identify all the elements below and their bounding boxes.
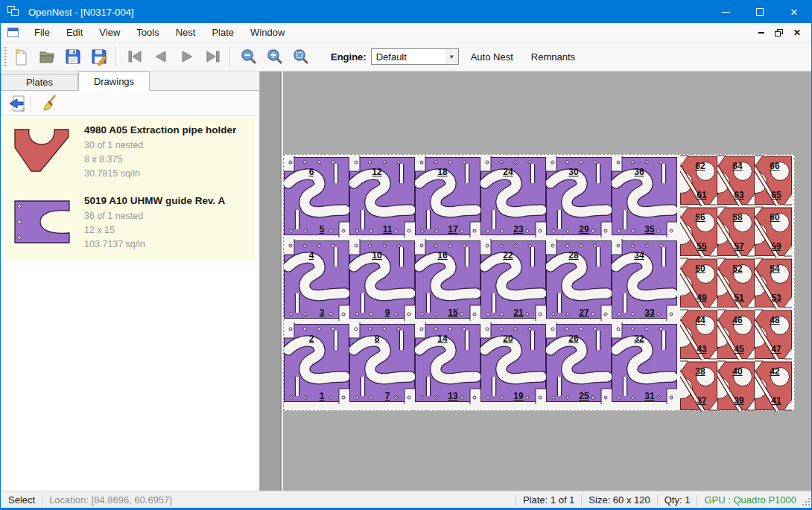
remnants-button[interactable]: Remnants bbox=[525, 47, 581, 67]
nest-part-pair[interactable]: 3837 bbox=[680, 360, 717, 412]
part-number: 7 bbox=[377, 391, 398, 401]
close-button[interactable]: ✕ bbox=[777, 1, 811, 23]
drawing-item[interactable]: 4980 A05 Extraction pipe holder 30 of 1 … bbox=[5, 118, 256, 188]
nest-part-pair[interactable]: 6665 bbox=[755, 155, 792, 206]
resize-grip[interactable] bbox=[801, 497, 810, 506]
part-number: 43 bbox=[691, 344, 712, 354]
drawing-item[interactable]: 5019 A10 UHMW guide Rev. A 36 of 1 neste… bbox=[5, 188, 256, 259]
menu-tools[interactable]: Tools bbox=[128, 24, 167, 41]
part-number: 3 bbox=[311, 307, 332, 318]
part-number: 28 bbox=[563, 250, 584, 261]
minimize-icon bbox=[722, 12, 730, 13]
nest-part-pair[interactable]: 109 bbox=[349, 238, 415, 322]
mdi-restore-button[interactable] bbox=[775, 29, 783, 36]
go-previous-button[interactable] bbox=[149, 45, 173, 68]
part-number: 30 bbox=[563, 167, 584, 177]
menu-view[interactable]: View bbox=[91, 24, 128, 41]
part-number: 37 bbox=[691, 395, 712, 406]
import-drawing-button[interactable] bbox=[5, 93, 28, 114]
nest-part-pair[interactable]: 3635 bbox=[612, 155, 677, 238]
nest-part-pair[interactable]: 1211 bbox=[349, 155, 415, 238]
part-number: 21 bbox=[508, 307, 529, 318]
nest-part-pair[interactable]: 4645 bbox=[717, 309, 755, 360]
nest-part-pair[interactable]: 87 bbox=[349, 322, 415, 405]
open-button[interactable] bbox=[35, 45, 59, 68]
nest-part-pair[interactable]: 3231 bbox=[612, 322, 677, 405]
nest-part-pair[interactable]: 1413 bbox=[415, 322, 480, 405]
status-gpu: GPU : Quadro P1000 bbox=[704, 494, 796, 506]
drawing-title: 4980 A05 Extraction pipe holder bbox=[84, 124, 236, 136]
nest-part-pair[interactable]: 1817 bbox=[415, 155, 480, 238]
new-document-button[interactable] bbox=[9, 45, 33, 68]
part-number: 61 bbox=[691, 190, 712, 200]
nest-part-pair[interactable]: 21 bbox=[284, 322, 349, 405]
zoom-in-button[interactable] bbox=[263, 45, 287, 68]
nest-part-pair[interactable]: 4443 bbox=[680, 309, 717, 360]
drawing-title: 5019 A10 UHMW guide Rev. A bbox=[84, 195, 225, 206]
part-number: 52 bbox=[727, 264, 748, 274]
menu-file[interactable]: File bbox=[26, 24, 58, 41]
panel-splitter[interactable] bbox=[260, 71, 282, 492]
part-number: 46 bbox=[727, 315, 748, 325]
nest-part-pair[interactable]: 6261 bbox=[680, 155, 717, 206]
tab-plates[interactable]: Plates bbox=[1, 74, 78, 90]
menu-bar: File Edit View Tools Nest Plate Window ✕ bbox=[1, 23, 811, 42]
menu-nest[interactable]: Nest bbox=[168, 24, 204, 41]
save-as-button[interactable] bbox=[87, 45, 111, 68]
mdi-document-icon[interactable] bbox=[7, 28, 19, 37]
tab-drawings[interactable]: Drawings bbox=[78, 71, 150, 91]
nest-part-pair[interactable]: 2221 bbox=[480, 238, 546, 322]
part-number: 16 bbox=[432, 250, 453, 261]
nest-part-pair[interactable]: 5857 bbox=[717, 206, 755, 258]
nest-part-pair[interactable]: 4847 bbox=[755, 309, 792, 360]
nest-part-pair[interactable]: 3029 bbox=[546, 155, 612, 238]
clear-drawings-button[interactable] bbox=[39, 93, 61, 114]
zoom-out-button[interactable] bbox=[237, 45, 261, 68]
menu-edit[interactable]: Edit bbox=[58, 24, 91, 41]
part-number: 31 bbox=[639, 391, 660, 401]
zoom-fit-icon bbox=[292, 48, 310, 66]
window-title: OpenNest - [N0317-004] bbox=[28, 7, 134, 18]
auto-nest-button[interactable]: Auto Nest bbox=[465, 47, 519, 67]
nest-part-pair[interactable]: 5251 bbox=[717, 258, 755, 309]
nest-part-pair[interactable]: 6059 bbox=[755, 206, 792, 258]
part-number: 51 bbox=[729, 293, 749, 303]
part-number: 1 bbox=[311, 391, 332, 401]
nest-part-pair[interactable]: 3433 bbox=[612, 238, 677, 322]
save-button[interactable] bbox=[61, 45, 85, 68]
menu-plate[interactable]: Plate bbox=[203, 24, 242, 41]
broom-icon bbox=[40, 94, 60, 113]
nest-part-pair[interactable]: 2423 bbox=[480, 155, 546, 238]
go-next-button[interactable] bbox=[175, 45, 199, 68]
go-first-button[interactable] bbox=[123, 45, 147, 68]
panel-tab-bar: Plates Drawings bbox=[1, 71, 259, 91]
document-back-arrow-icon bbox=[7, 94, 26, 113]
nest-part-pair[interactable]: 6463 bbox=[717, 155, 755, 206]
part-number: 19 bbox=[508, 391, 529, 401]
nest-part-pair[interactable]: 43 bbox=[284, 238, 349, 322]
nest-part-pair[interactable]: 2625 bbox=[546, 322, 612, 405]
nest-canvas[interactable]: 6512111817242330293635431091615222128273… bbox=[283, 71, 811, 492]
zoom-fit-button[interactable] bbox=[289, 45, 313, 68]
go-last-button[interactable] bbox=[201, 45, 225, 68]
nest-part-pair[interactable]: 4039 bbox=[717, 360, 755, 412]
nest-part-pair[interactable]: 2827 bbox=[546, 238, 612, 322]
mdi-close-button[interactable]: ✕ bbox=[793, 29, 801, 36]
engine-select[interactable]: Default ▼ bbox=[371, 48, 459, 65]
main-toolbar: Engine: Default ▼ Auto Nest Remnants bbox=[1, 42, 811, 71]
nest-part-pair[interactable]: 1615 bbox=[415, 238, 480, 322]
minimize-button[interactable] bbox=[708, 1, 743, 23]
nest-part-pair[interactable]: 2019 bbox=[480, 322, 546, 405]
toolbar-grip[interactable] bbox=[4, 47, 7, 66]
maximize-button[interactable] bbox=[743, 1, 777, 23]
part-number: 55 bbox=[691, 241, 712, 252]
mdi-minimize-button[interactable] bbox=[758, 32, 764, 34]
nest-part-pair[interactable]: 5655 bbox=[680, 206, 717, 258]
nest-part-pair[interactable]: 65 bbox=[284, 155, 349, 238]
menu-window[interactable]: Window bbox=[242, 24, 293, 41]
nest-part-pair[interactable]: 5453 bbox=[755, 258, 792, 309]
part-number: 22 bbox=[498, 250, 518, 261]
nest-part-pair[interactable]: 5049 bbox=[680, 258, 717, 309]
part-number: 48 bbox=[764, 315, 785, 325]
nest-part-pair[interactable]: 4241 bbox=[755, 360, 792, 412]
